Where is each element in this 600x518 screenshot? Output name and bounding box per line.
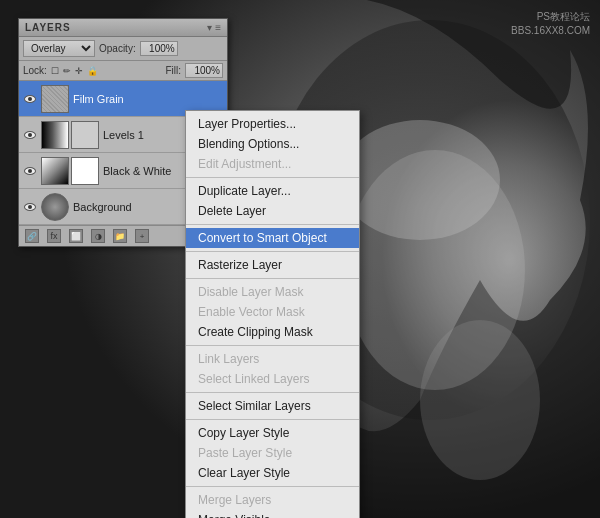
menu-item-5[interactable]: Convert to Smart Object [186, 228, 359, 248]
layer-mask-levels [71, 121, 99, 149]
menu-item-14: Paste Layer Style [186, 443, 359, 463]
layer-thumbs-bw [41, 157, 99, 185]
layer-mask-bw [71, 157, 99, 185]
menu-item-10: Link Layers [186, 349, 359, 369]
menu-separator-15 [186, 486, 359, 487]
opacity-label: Opacity: [99, 43, 136, 54]
menu-item-11: Select Linked Layers [186, 369, 359, 389]
lock-label: Lock: [23, 65, 47, 76]
lock-move-icon[interactable]: ✛ [75, 66, 83, 76]
fill-label: Fill: [165, 65, 181, 76]
layer-visibility-film-grain[interactable] [23, 92, 37, 106]
new-group-icon[interactable]: 📁 [113, 229, 127, 243]
layer-thumbs-background [41, 193, 69, 221]
watermark-line1: PS教程论坛 [511, 10, 590, 24]
link-layers-icon[interactable]: 🔗 [25, 229, 39, 243]
menu-separator-9 [186, 345, 359, 346]
menu-item-4[interactable]: Delete Layer [186, 201, 359, 221]
layer-name-film-grain: Film Grain [73, 93, 223, 105]
eye-icon-background [24, 203, 36, 211]
menu-separator-2 [186, 177, 359, 178]
menu-separator-11 [186, 392, 359, 393]
layer-thumbs-levels [41, 121, 99, 149]
menu-item-12[interactable]: Select Similar Layers [186, 396, 359, 416]
add-mask-icon[interactable]: ⬜ [69, 229, 83, 243]
panel-menu-icon[interactable]: ≡ [215, 22, 221, 33]
menu-item-9[interactable]: Create Clipping Mask [186, 322, 359, 342]
lock-paint-icon[interactable]: ✏ [63, 66, 71, 76]
menu-item-17[interactable]: Merge Visible [186, 510, 359, 518]
blend-mode-select[interactable]: Overlay [23, 40, 95, 57]
menu-separator-4 [186, 224, 359, 225]
menu-item-15[interactable]: Clear Layer Style [186, 463, 359, 483]
layer-thumb-levels [41, 121, 69, 149]
lock-fill-row: Lock: ☐ ✏ ✛ 🔒 Fill: [19, 61, 227, 81]
fill-input[interactable] [185, 63, 223, 78]
layer-thumb-bw [41, 157, 69, 185]
svg-point-4 [420, 320, 540, 480]
menu-item-6[interactable]: Rasterize Layer [186, 255, 359, 275]
menu-item-3[interactable]: Duplicate Layer... [186, 181, 359, 201]
menu-separator-5 [186, 251, 359, 252]
opacity-input[interactable] [140, 41, 178, 56]
add-style-icon[interactable]: fx [47, 229, 61, 243]
menu-separator-6 [186, 278, 359, 279]
menu-item-0[interactable]: Layer Properties... [186, 114, 359, 134]
layer-visibility-background[interactable] [23, 200, 37, 214]
eye-icon-film-grain [24, 95, 36, 103]
menu-item-1[interactable]: Blending Options... [186, 134, 359, 154]
layers-panel-title: LAYERS [25, 22, 71, 33]
layer-thumb-background [41, 193, 69, 221]
menu-item-16: Merge Layers [186, 490, 359, 510]
lock-all-icon[interactable]: 🔒 [87, 66, 98, 76]
layer-thumb-film-grain [41, 85, 69, 113]
menu-separator-12 [186, 419, 359, 420]
layer-visibility-levels[interactable] [23, 128, 37, 142]
lock-checkbox-icon[interactable]: ☐ [51, 66, 59, 76]
eye-icon-levels [24, 131, 36, 139]
panel-collapse-icon[interactable]: ▾ [207, 22, 212, 33]
watermark: PS教程论坛 BBS.16XX8.COM [511, 10, 590, 38]
new-layer-icon[interactable]: + [135, 229, 149, 243]
menu-item-8: Enable Vector Mask [186, 302, 359, 322]
menu-item-7: Disable Layer Mask [186, 282, 359, 302]
menu-item-2: Edit Adjustment... [186, 154, 359, 174]
adjustment-icon[interactable]: ◑ [91, 229, 105, 243]
watermark-line2: BBS.16XX8.COM [511, 24, 590, 38]
layer-thumbs-film-grain [41, 85, 69, 113]
blend-opacity-row: Overlay Opacity: [19, 37, 227, 61]
eye-icon-bw [24, 167, 36, 175]
menu-item-13[interactable]: Copy Layer Style [186, 423, 359, 443]
layer-visibility-bw[interactable] [23, 164, 37, 178]
panel-controls: ▾ ≡ [207, 22, 221, 33]
context-menu: Layer Properties...Blending Options...Ed… [185, 110, 360, 518]
layers-panel-header: LAYERS ▾ ≡ [19, 19, 227, 37]
